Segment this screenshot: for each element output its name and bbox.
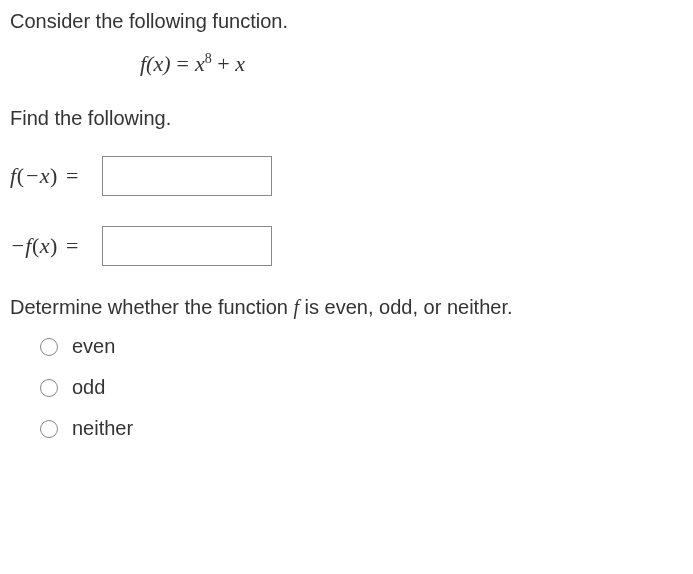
radio-odd[interactable]: [40, 379, 58, 397]
radio-group: even odd neither: [40, 335, 683, 440]
radio-even[interactable]: [40, 338, 58, 356]
radio-row-neither: neither: [40, 417, 683, 440]
formula-equals: =: [171, 51, 195, 76]
function-formula: f(x)=x8 + x: [140, 51, 683, 77]
input-neg-f-x[interactable]: [102, 226, 272, 266]
radio-row-even: even: [40, 335, 683, 358]
radio-row-odd: odd: [40, 376, 683, 399]
find-prompt: Find the following.: [10, 107, 683, 130]
label-eq: =: [58, 163, 79, 188]
radio-label-even[interactable]: even: [72, 335, 115, 358]
row-f-neg-x: f(−x)=: [10, 156, 683, 196]
formula-lhs: f(x): [140, 51, 171, 76]
formula-base: x: [195, 51, 205, 76]
determine-prompt: Determine whether the function f is even…: [10, 296, 683, 319]
radio-label-neither[interactable]: neither: [72, 417, 133, 440]
label-eq: =: [58, 233, 79, 258]
input-f-neg-x[interactable]: [102, 156, 272, 196]
label-f-neg-x: f(−x)=: [10, 163, 102, 189]
label-prefix: f: [10, 163, 17, 188]
formula-term2: x: [235, 51, 245, 76]
radio-label-odd[interactable]: odd: [72, 376, 105, 399]
label-inner: −x: [24, 163, 50, 188]
formula-exponent: 8: [205, 51, 212, 66]
label-neg-f-x: −f(x)=: [10, 233, 102, 259]
label-inner: x: [40, 233, 50, 258]
determine-post: is even, odd, or neither.: [299, 296, 512, 318]
label-prefix: −f: [10, 233, 32, 258]
formula-plus: +: [212, 51, 235, 76]
row-neg-f-x: −f(x)=: [10, 226, 683, 266]
intro-text: Consider the following function.: [10, 10, 683, 33]
radio-neither[interactable]: [40, 420, 58, 438]
determine-pre: Determine whether the function: [10, 296, 294, 318]
